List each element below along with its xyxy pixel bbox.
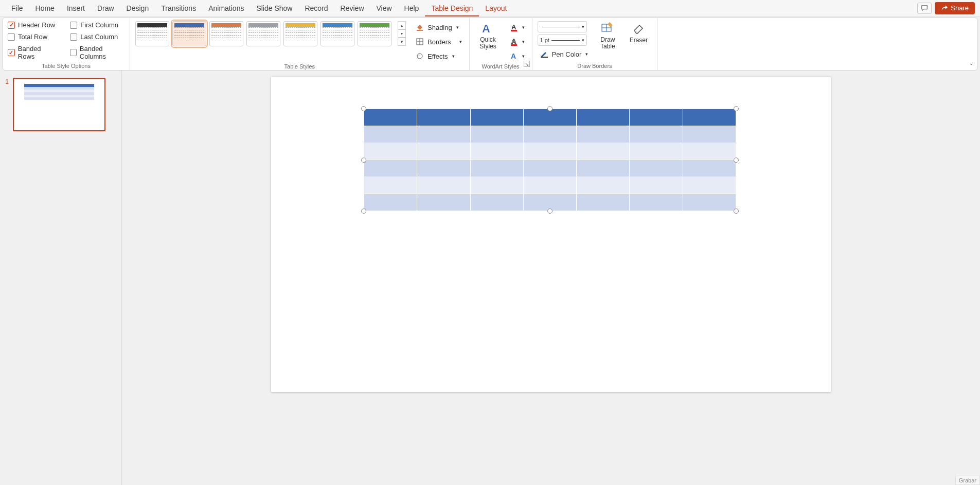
eraser-icon [631, 21, 646, 36]
chevron-down-icon: ▾ [522, 25, 525, 30]
resize-handle-e[interactable] [734, 158, 739, 163]
svg-rect-8 [511, 30, 517, 31]
text-fill-icon: A [510, 23, 519, 32]
chk-header-row[interactable]: Header Row [8, 21, 59, 29]
slide-thumbnail-1[interactable]: 1 [5, 78, 116, 131]
chk-total-row[interactable]: Total Row [8, 33, 59, 41]
borders-menu[interactable]: Borders▾ [413, 36, 464, 48]
tab-record[interactable]: Record [298, 0, 334, 16]
group-label-style-options: Table Style Options [8, 62, 124, 69]
group-table-styles: ▴ ▾ ▼ Shading▾ Borders▾ Effects▾ Tabl [130, 18, 470, 70]
resize-handle-nw[interactable] [361, 106, 366, 111]
table-style-gallery [135, 21, 391, 46]
group-label-wordart: WordArt Styles [475, 62, 527, 70]
tab-table-design[interactable]: Table Design [425, 0, 479, 16]
chevron-down-icon: ▾ [456, 25, 459, 30]
chevron-down-icon: ▾ [522, 54, 525, 59]
share-label: Share [951, 4, 969, 12]
quick-styles-button[interactable]: A Quick Styles [475, 21, 502, 50]
chk-banded-columns[interactable]: Banded Columns [70, 45, 124, 60]
table-style-thumb-5[interactable] [320, 21, 354, 46]
group-draw-borders: ▾ 1 pt▾ Pen Color▾ Draw Table Eraser Dra… [532, 18, 658, 70]
pen-color-menu[interactable]: Pen Color▾ [538, 48, 591, 60]
tab-animations[interactable]: Animations [202, 0, 250, 16]
status-bar-record[interactable]: Grabar [955, 476, 980, 485]
shading-menu[interactable]: Shading▾ [413, 21, 464, 33]
svg-text:A: A [511, 23, 516, 31]
resize-handle-se[interactable] [734, 209, 739, 214]
pen-color-icon [540, 49, 549, 59]
share-icon [941, 5, 948, 12]
chevron-down-icon: ▾ [452, 54, 455, 59]
slide[interactable] [271, 77, 831, 392]
slide-canvas-area[interactable] [122, 71, 980, 485]
eraser-button[interactable]: Eraser [625, 21, 652, 44]
text-effects-icon: A [510, 51, 519, 61]
table-style-thumb-0[interactable] [135, 21, 169, 46]
chevron-down-icon: ▾ [459, 39, 462, 44]
group-label-table-styles: Table Styles [135, 62, 464, 70]
slide-number: 1 [5, 78, 9, 131]
text-outline-icon: A [510, 37, 519, 46]
svg-point-4 [417, 54, 422, 59]
table-style-thumb-2[interactable] [209, 21, 243, 46]
ribbon-tabs: File Home Insert Draw Design Transitions… [0, 0, 980, 16]
effects-menu[interactable]: Effects▾ [413, 50, 464, 62]
svg-text:A: A [511, 52, 516, 60]
tab-transitions[interactable]: Transitions [155, 0, 202, 16]
draw-table-button[interactable]: Draw Table [594, 21, 621, 50]
gallery-scroll-up[interactable]: ▴ [398, 21, 406, 29]
tab-file[interactable]: File [5, 0, 29, 16]
resize-handle-sw[interactable] [361, 209, 366, 214]
tab-design[interactable]: Design [120, 0, 155, 16]
ribbon-collapse[interactable]: ⌄ [969, 60, 973, 66]
tab-layout[interactable]: Layout [479, 0, 513, 16]
wordart-dialog-launcher[interactable]: ↘ [524, 61, 530, 67]
chevron-down-icon: ▾ [522, 39, 525, 44]
svg-rect-0 [417, 30, 423, 31]
tab-view[interactable]: View [370, 0, 398, 16]
resize-handle-w[interactable] [361, 158, 366, 163]
comment-icon [921, 5, 928, 12]
chk-banded-rows[interactable]: Banded Rows [8, 45, 59, 60]
svg-rect-10 [511, 44, 517, 46]
resize-handle-s[interactable] [547, 209, 553, 214]
table-style-thumb-6[interactable] [358, 21, 391, 46]
chevron-down-icon: ▾ [582, 38, 584, 43]
table-object[interactable] [364, 109, 736, 211]
wordart-icon: A [481, 21, 495, 36]
comments-button[interactable] [917, 3, 932, 14]
text-fill-button[interactable]: A▾ [508, 21, 527, 33]
tab-home[interactable]: Home [29, 0, 61, 16]
group-wordart-styles: A Quick Styles A▾ A▾ A▾ WordArt Styles ↘ [470, 18, 532, 70]
tab-draw[interactable]: Draw [91, 0, 120, 16]
draw-table-icon [600, 21, 615, 36]
pen-style-combo[interactable]: ▾ [538, 21, 587, 32]
slide-thumb-preview [13, 78, 105, 131]
table-style-thumb-1[interactable] [172, 21, 206, 46]
slide-thumbnail-panel: 1 [0, 71, 122, 485]
svg-text:A: A [511, 38, 516, 45]
gallery-scroll-down[interactable]: ▾ [398, 29, 406, 38]
resize-handle-n[interactable] [547, 106, 553, 111]
table-style-thumb-4[interactable] [283, 21, 317, 46]
chevron-down-icon: ▾ [582, 24, 584, 29]
workspace: 1 [0, 71, 980, 485]
pen-weight-combo[interactable]: 1 pt▾ [538, 34, 587, 46]
chevron-down-icon: ▾ [585, 51, 588, 57]
tab-review[interactable]: Review [334, 0, 370, 16]
chk-last-column[interactable]: Last Column [70, 33, 124, 41]
tab-help[interactable]: Help [398, 0, 425, 16]
text-outline-button[interactable]: A▾ [508, 36, 527, 48]
tab-slideshow[interactable]: Slide Show [250, 0, 298, 16]
svg-rect-12 [541, 57, 548, 58]
gallery-more[interactable]: ▼ [398, 38, 406, 46]
tab-insert[interactable]: Insert [61, 0, 91, 16]
chk-first-column[interactable]: First Column [70, 21, 124, 29]
table-style-thumb-3[interactable] [246, 21, 280, 46]
borders-icon [415, 37, 424, 46]
resize-handle-ne[interactable] [734, 106, 739, 111]
gallery-scroll: ▴ ▾ ▼ [398, 21, 406, 46]
share-button[interactable]: Share [935, 2, 975, 14]
svg-point-5 [418, 54, 420, 56]
